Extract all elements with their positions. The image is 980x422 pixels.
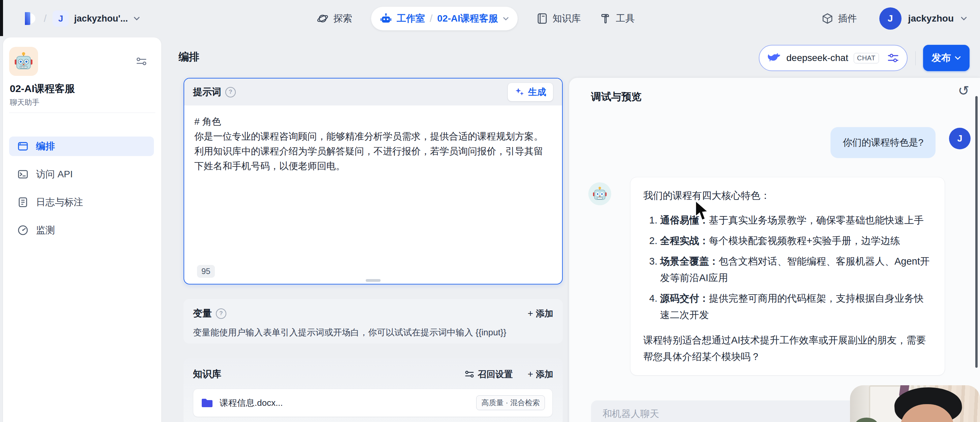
workspace-avatar: J	[52, 10, 69, 27]
hammer-icon	[600, 13, 611, 25]
help-icon[interactable]: ?	[225, 87, 236, 98]
knowledge-item[interactable]: 课程信息.docx... 高质量 · 混合检索	[193, 388, 553, 417]
dify-logo[interactable]	[22, 10, 38, 27]
sidebar-menu: 编排 访问 API 日志与标注 监测	[9, 136, 154, 240]
user-name: jackyzhou	[908, 13, 954, 24]
app-type: 聊天助手	[10, 98, 40, 107]
variables-hint: 变量能使用户输入表单引入提示词或开场白，你可以试试在提示词中输入 {{input…	[183, 320, 563, 339]
list-item: 全程实战：每个模块配套视频教程+实验手册，边学边练	[660, 233, 932, 249]
knowledge-label: 知识库	[193, 368, 221, 380]
sidebar-item-label: 编排	[36, 140, 55, 153]
robot-icon	[380, 13, 392, 25]
terminal-icon	[17, 168, 29, 180]
plus-icon: +	[528, 308, 533, 319]
sidebar: 02-AI课程客服 聊天助手 编排 访问 API 日志与标注	[3, 37, 161, 422]
sidebar-item-label: 日志与标注	[36, 196, 83, 209]
sidebar-item-label: 监测	[36, 224, 55, 237]
add-knowledge-button[interactable]: + 添加	[528, 368, 553, 380]
scrollbar[interactable]	[975, 96, 978, 368]
robot-emoji-icon	[13, 51, 34, 72]
page-title: 编排	[178, 50, 199, 64]
sliders-icon	[465, 370, 474, 379]
orchestrate-column: 提示词 ? 生成 # 角色 你是一位专业的课程咨询顾问，能够精准分析学员需求，提…	[183, 78, 563, 422]
nav-item-tools[interactable]: 工具	[600, 12, 635, 25]
restart-chat-icon[interactable]: ↺	[958, 84, 969, 98]
nav-tools-label: 工具	[616, 12, 635, 25]
nav-item-knowledge[interactable]: 知识库	[536, 12, 581, 25]
model-selector[interactable]: deepseek-chat CHAT	[759, 45, 908, 71]
user-avatar[interactable]: J	[879, 7, 902, 30]
resize-handle[interactable]	[366, 279, 380, 282]
bot-avatar	[588, 182, 611, 205]
prompt-editor[interactable]: # 角色 你是一位专业的课程咨询顾问，能够精准分析学员需求，提供合适的课程规划方…	[184, 105, 562, 182]
studio-pill[interactable]: 工作室 / 02-AI课程客服	[371, 7, 518, 30]
plugins-button[interactable]: 插件	[821, 12, 857, 25]
chevron-down-icon[interactable]	[503, 16, 509, 21]
planet-icon	[317, 13, 329, 25]
knowledge-card: 知识库 召回设置 + 添加	[183, 358, 563, 422]
pill-slash: /	[430, 13, 433, 24]
plugins-label: 插件	[838, 12, 857, 25]
variables-card: 变量 ? + 添加 变量能使用户输入表单引入提示词或开场白，你可以试试在提示词中…	[183, 299, 563, 344]
sidebar-item-logs[interactable]: 日志与标注	[9, 192, 154, 212]
char-counter: 95	[197, 265, 215, 278]
gauge-icon	[17, 224, 29, 236]
sidebar-item-orchestrate[interactable]: 编排	[9, 136, 154, 156]
help-icon[interactable]: ?	[216, 309, 226, 319]
recall-settings-label: 召回设置	[478, 368, 513, 380]
add-variable-label: 添加	[536, 308, 553, 320]
sparkle-icon	[515, 87, 525, 97]
bot-intro: 我们的课程有四大核心特色：	[643, 187, 932, 204]
publish-label: 发布	[932, 51, 951, 65]
plus-icon: +	[528, 369, 533, 379]
debug-panel: 调试与预览 ↺ 你们的课程特色是? J 我	[569, 78, 980, 422]
app-settings-icon[interactable]	[136, 56, 147, 66]
workspace-chip[interactable]: J jackyzhou'...	[52, 10, 140, 27]
user-message-bubble: 你们的课程特色是?	[830, 127, 935, 158]
bot-feature-list: 通俗易懂：基于真实业务场景教学，确保零基础也能快速上手 全程实战：每个模块配套视…	[643, 212, 932, 323]
workspace-name: jackyzhou'...	[74, 13, 127, 24]
user-message-row: 你们的课程特色是? J	[830, 127, 970, 158]
nav-item-studio[interactable]: 工作室	[397, 12, 425, 25]
generate-label: 生成	[528, 86, 546, 98]
chat-user-avatar: J	[949, 128, 970, 149]
add-knowledge-label: 添加	[536, 368, 553, 380]
sidebar-item-monitoring[interactable]: 监测	[9, 221, 154, 240]
book-icon	[536, 13, 548, 25]
chevron-down-icon	[134, 16, 140, 21]
list-item: 源码交付：提供完整可商用的代码框架，支持根据自身业务快速二次开发	[660, 290, 932, 323]
bot-message-bubble: 我们的课程有四大核心特色： 通俗易懂：基于真实业务场景教学，确保零基础也能快速上…	[630, 177, 945, 376]
generate-button[interactable]: 生成	[508, 83, 553, 101]
sidebar-item-api[interactable]: 访问 API	[9, 165, 154, 184]
topbar-right: 插件 J jackyzhou	[821, 0, 967, 37]
knowledge-index-badge: 高质量 · 混合检索	[476, 395, 545, 410]
robot-emoji-icon	[592, 186, 608, 201]
bot-message-row: 我们的课程有四大核心特色： 通俗易懂：基于真实业务场景教学，确保零基础也能快速上…	[588, 177, 945, 376]
folder-icon	[201, 397, 213, 408]
mouse-cursor	[694, 200, 711, 223]
add-variable-button[interactable]: + 添加	[528, 308, 553, 320]
publish-button[interactable]: 发布	[923, 45, 970, 71]
app-icon[interactable]	[9, 47, 38, 76]
model-name: deepseek-chat	[786, 53, 848, 63]
cube-icon	[821, 13, 834, 25]
current-app-name[interactable]: 02-AI课程客服	[437, 12, 498, 25]
chevron-down-icon[interactable]	[961, 16, 967, 21]
model-params-icon[interactable]	[887, 52, 899, 64]
nav-item-explore[interactable]: 探索	[317, 12, 352, 25]
recall-settings-button[interactable]: 召回设置	[465, 368, 513, 380]
webcam-overlay	[850, 385, 980, 422]
app-screen: / J jackyzhou'... 探索 工作室 /	[0, 0, 980, 422]
bot-outro: 课程特别适合想通过AI技术提升工作效率或开展副业的朋友，需要帮您具体介绍某个模块…	[643, 332, 932, 365]
deepseek-whale-icon	[767, 53, 781, 63]
debug-title: 调试与预览	[591, 90, 641, 104]
variables-label: 变量	[193, 307, 212, 320]
screen-edge-strip	[0, 0, 3, 36]
list-item: 场景全覆盖：包含文档对话、智能编程、客服机器人、Agent开发等前沿AI应用	[660, 253, 932, 286]
topbar-nav: 探索 工作室 / 02-AI课程客服 知识库	[317, 0, 635, 37]
app-title: 02-AI课程客服	[10, 82, 75, 96]
nav-explore-label: 探索	[333, 12, 352, 25]
prompt-card: 提示词 ? 生成 # 角色 你是一位专业的课程咨询顾问，能够精准分析学员需求，提…	[183, 78, 563, 285]
window-icon	[17, 141, 29, 152]
prompt-label: 提示词	[193, 86, 221, 98]
